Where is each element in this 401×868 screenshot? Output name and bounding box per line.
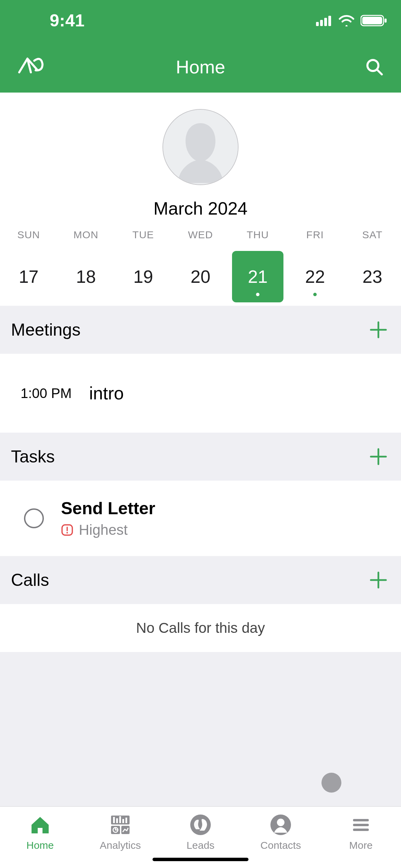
meeting-item[interactable]: 1:00 PM intro xyxy=(0,354,401,433)
home-indicator[interactable] xyxy=(153,858,248,861)
day-name: THU xyxy=(229,229,287,241)
event-dot-icon xyxy=(313,293,317,296)
svg-point-30 xyxy=(277,819,284,826)
cellular-icon xyxy=(316,15,332,26)
date-cell-23[interactable]: 23 xyxy=(347,251,398,302)
avatar[interactable] xyxy=(162,109,239,185)
week-days: 17 18 19 20 21 22 23 xyxy=(0,251,401,306)
avatar-placeholder-icon xyxy=(163,110,238,184)
add-task-button[interactable] xyxy=(367,445,390,468)
svg-rect-0 xyxy=(316,22,319,26)
meeting-time: 1:00 PM xyxy=(21,386,89,401)
task-title: Send Letter xyxy=(61,498,155,518)
date-number: 17 xyxy=(19,266,39,287)
nav-bar: Home xyxy=(0,41,401,93)
date-cell-18[interactable]: 18 xyxy=(60,251,112,302)
task-checkbox[interactable] xyxy=(24,508,44,528)
add-meeting-button[interactable] xyxy=(367,318,390,341)
svg-rect-21 xyxy=(116,818,118,823)
svg-rect-22 xyxy=(119,816,121,823)
plus-icon xyxy=(369,321,387,339)
svg-rect-31 xyxy=(353,819,369,821)
tab-label: Home xyxy=(26,840,54,851)
date-number: 22 xyxy=(305,266,325,287)
day-name: SAT xyxy=(344,229,401,241)
tab-analytics[interactable]: Analytics xyxy=(80,813,160,851)
status-time: 9:41 xyxy=(50,11,85,31)
plus-icon xyxy=(369,448,387,466)
plus-icon xyxy=(369,571,387,589)
date-cell-20[interactable]: 20 xyxy=(175,251,226,302)
profile-section: March 2024 xyxy=(0,93,401,229)
day-name: WED xyxy=(172,229,229,241)
search-icon xyxy=(365,57,384,76)
floating-indicator[interactable] xyxy=(321,773,341,793)
app-root: 9:41 Home xyxy=(0,0,401,868)
calls-label: Calls xyxy=(11,570,49,590)
date-number: 23 xyxy=(362,266,382,287)
analytics-icon xyxy=(108,813,132,837)
status-icons xyxy=(316,14,387,27)
leads-icon xyxy=(189,813,212,837)
hamburger-icon xyxy=(349,813,373,837)
battery-icon xyxy=(361,14,387,27)
tab-more[interactable]: More xyxy=(321,813,401,851)
app-logo-icon[interactable] xyxy=(17,56,45,78)
date-cell-21[interactable]: 21 xyxy=(232,251,283,302)
date-cell-19[interactable]: 19 xyxy=(118,251,169,302)
day-name: FRI xyxy=(287,229,344,241)
date-number: 19 xyxy=(133,266,153,287)
svg-rect-20 xyxy=(113,817,115,823)
tab-leads[interactable]: Leads xyxy=(160,813,241,851)
svg-rect-5 xyxy=(362,17,382,24)
tab-home[interactable]: Home xyxy=(0,813,80,851)
tab-label: Leads xyxy=(186,840,215,851)
tab-label: More xyxy=(349,840,373,851)
date-number: 21 xyxy=(248,266,268,287)
svg-rect-33 xyxy=(353,829,369,831)
task-priority: Highest xyxy=(61,522,155,538)
home-icon xyxy=(28,813,52,837)
tab-label: Analytics xyxy=(100,840,141,851)
svg-point-16 xyxy=(66,532,68,533)
svg-rect-3 xyxy=(328,16,331,26)
tasks-label: Tasks xyxy=(11,447,55,467)
week-header: SUN MON TUE WED THU FRI SAT xyxy=(0,229,401,241)
svg-rect-32 xyxy=(353,824,369,826)
date-cell-22[interactable]: 22 xyxy=(289,251,341,302)
wifi-icon xyxy=(339,15,354,26)
day-name: TUE xyxy=(114,229,172,241)
task-text: Send Letter Highest xyxy=(61,498,155,538)
tab-label: Contacts xyxy=(260,840,301,851)
meeting-title: intro xyxy=(89,383,380,403)
meetings-label: Meetings xyxy=(11,320,81,340)
day-name: SUN xyxy=(0,229,57,241)
page-title: Home xyxy=(45,56,356,77)
event-dot-icon xyxy=(256,293,259,296)
date-number: 20 xyxy=(191,266,210,287)
svg-line-8 xyxy=(377,70,382,74)
date-cell-17[interactable]: 17 xyxy=(3,251,54,302)
calls-header: Calls xyxy=(0,556,401,604)
add-call-button[interactable] xyxy=(367,568,390,592)
tab-contacts[interactable]: Contacts xyxy=(241,813,321,851)
svg-rect-1 xyxy=(320,20,323,26)
svg-point-28 xyxy=(190,815,211,835)
task-item[interactable]: Send Letter Highest xyxy=(0,481,401,556)
calls-empty-text: No Calls for this day xyxy=(0,604,401,652)
svg-rect-6 xyxy=(385,19,387,23)
day-name: MON xyxy=(57,229,114,241)
contacts-icon xyxy=(269,813,293,837)
date-number: 18 xyxy=(76,266,96,287)
meetings-header: Meetings xyxy=(0,306,401,354)
task-priority-label: Highest xyxy=(79,522,127,538)
status-bar: 9:41 xyxy=(0,0,401,41)
month-label: March 2024 xyxy=(154,198,248,219)
svg-rect-2 xyxy=(324,18,327,26)
svg-rect-24 xyxy=(125,818,127,823)
search-button[interactable] xyxy=(356,57,384,76)
priority-icon xyxy=(61,524,73,536)
svg-rect-23 xyxy=(122,819,124,823)
tasks-header: Tasks xyxy=(0,433,401,481)
